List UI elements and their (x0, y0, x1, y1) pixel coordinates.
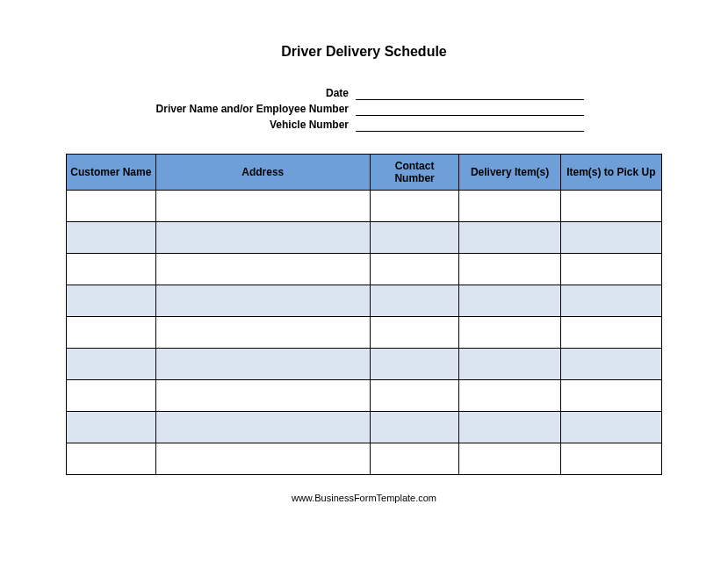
date-field-row: Date (66, 86, 662, 100)
header-contact-number: Contact Number (370, 155, 459, 191)
cell-address[interactable] (155, 191, 370, 222)
cell-customer[interactable] (67, 222, 156, 254)
date-label: Date (66, 87, 356, 99)
cell-address[interactable] (155, 285, 370, 317)
cell-delivery[interactable] (459, 191, 560, 222)
cell-delivery[interactable] (459, 443, 560, 475)
cell-contact[interactable] (370, 191, 459, 222)
cell-delivery[interactable] (459, 254, 560, 285)
cell-delivery[interactable] (459, 380, 560, 412)
cell-address[interactable] (155, 317, 370, 349)
cell-address[interactable] (155, 349, 370, 380)
cell-address[interactable] (155, 222, 370, 254)
table-row (67, 412, 662, 443)
cell-delivery[interactable] (459, 285, 560, 317)
driver-label: Driver Name and/or Employee Number (66, 103, 356, 115)
cell-customer[interactable] (67, 349, 156, 380)
footer-text: www.BusinessFormTemplate.com (66, 493, 662, 503)
cell-contact[interactable] (370, 443, 459, 475)
cell-address[interactable] (155, 254, 370, 285)
vehicle-label: Vehicle Number (66, 119, 356, 131)
table-header-row: Customer Name Address Contact Number Del… (67, 155, 662, 191)
table-row (67, 285, 662, 317)
cell-pickup[interactable] (560, 380, 661, 412)
cell-customer[interactable] (67, 191, 156, 222)
header-address: Address (155, 155, 370, 191)
cell-customer[interactable] (67, 254, 156, 285)
driver-input-line[interactable] (356, 102, 584, 116)
cell-delivery[interactable] (459, 349, 560, 380)
cell-contact[interactable] (370, 349, 459, 380)
header-pickup-items: Item(s) to Pick Up (560, 155, 661, 191)
cell-contact[interactable] (370, 285, 459, 317)
form-fields-section: Date Driver Name and/or Employee Number … (66, 86, 662, 132)
cell-delivery[interactable] (459, 317, 560, 349)
cell-pickup[interactable] (560, 191, 661, 222)
table-row (67, 222, 662, 254)
cell-pickup[interactable] (560, 285, 661, 317)
vehicle-field-row: Vehicle Number (66, 118, 662, 132)
cell-customer[interactable] (67, 443, 156, 475)
cell-pickup[interactable] (560, 317, 661, 349)
cell-pickup[interactable] (560, 443, 661, 475)
cell-contact[interactable] (370, 254, 459, 285)
cell-contact[interactable] (370, 222, 459, 254)
cell-pickup[interactable] (560, 254, 661, 285)
table-row (67, 254, 662, 285)
page-title: Driver Delivery Schedule (66, 44, 662, 60)
table-row (67, 191, 662, 222)
cell-customer[interactable] (67, 380, 156, 412)
cell-address[interactable] (155, 443, 370, 475)
cell-contact[interactable] (370, 317, 459, 349)
table-row (67, 317, 662, 349)
header-customer-name: Customer Name (67, 155, 156, 191)
cell-customer[interactable] (67, 412, 156, 443)
cell-delivery[interactable] (459, 222, 560, 254)
cell-address[interactable] (155, 412, 370, 443)
table-row (67, 380, 662, 412)
cell-pickup[interactable] (560, 349, 661, 380)
cell-delivery[interactable] (459, 412, 560, 443)
cell-contact[interactable] (370, 380, 459, 412)
table-row (67, 349, 662, 380)
header-delivery-items: Delivery Item(s) (459, 155, 560, 191)
table-row (67, 443, 662, 475)
schedule-table: Customer Name Address Contact Number Del… (66, 154, 662, 475)
cell-contact[interactable] (370, 412, 459, 443)
vehicle-input-line[interactable] (356, 118, 584, 132)
cell-pickup[interactable] (560, 412, 661, 443)
date-input-line[interactable] (356, 86, 584, 100)
cell-address[interactable] (155, 380, 370, 412)
driver-field-row: Driver Name and/or Employee Number (66, 102, 662, 116)
cell-pickup[interactable] (560, 222, 661, 254)
cell-customer[interactable] (67, 285, 156, 317)
cell-customer[interactable] (67, 317, 156, 349)
